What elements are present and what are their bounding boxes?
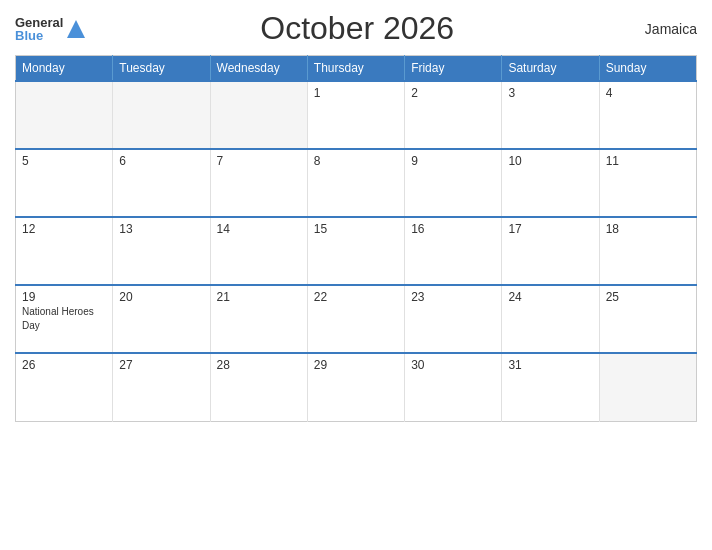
day-number: 31 [508, 358, 592, 372]
logo: General Blue [15, 16, 87, 42]
day-number: 18 [606, 222, 690, 236]
calendar-cell: 18 [599, 217, 696, 285]
day-number: 13 [119, 222, 203, 236]
header-wednesday: Wednesday [210, 56, 307, 82]
calendar-cell: 21 [210, 285, 307, 353]
header-sunday: Sunday [599, 56, 696, 82]
logo-blue-text: Blue [15, 29, 63, 42]
day-number: 28 [217, 358, 301, 372]
calendar-cell: 3 [502, 81, 599, 149]
calendar-cell: 25 [599, 285, 696, 353]
day-number: 4 [606, 86, 690, 100]
calendar-cell: 5 [16, 149, 113, 217]
header: General Blue October 2026 Jamaica [15, 10, 697, 47]
logo-general-text: General [15, 16, 63, 29]
calendar-cell: 11 [599, 149, 696, 217]
day-number: 3 [508, 86, 592, 100]
calendar-week-row: 262728293031 [16, 353, 697, 421]
calendar-cell [210, 81, 307, 149]
calendar-cell: 28 [210, 353, 307, 421]
calendar-cell [599, 353, 696, 421]
day-number: 1 [314, 86, 398, 100]
header-friday: Friday [405, 56, 502, 82]
day-number: 25 [606, 290, 690, 304]
day-number: 12 [22, 222, 106, 236]
day-number: 14 [217, 222, 301, 236]
calendar-cell: 12 [16, 217, 113, 285]
day-number: 8 [314, 154, 398, 168]
calendar-cell: 9 [405, 149, 502, 217]
day-number: 15 [314, 222, 398, 236]
calendar-cell: 13 [113, 217, 210, 285]
calendar-cell: 20 [113, 285, 210, 353]
calendar-cell: 31 [502, 353, 599, 421]
calendar-cell: 10 [502, 149, 599, 217]
day-number: 16 [411, 222, 495, 236]
calendar-cell: 14 [210, 217, 307, 285]
calendar-cell: 4 [599, 81, 696, 149]
country-label: Jamaica [627, 21, 697, 37]
day-number: 2 [411, 86, 495, 100]
calendar-week-row: 567891011 [16, 149, 697, 217]
calendar-cell: 27 [113, 353, 210, 421]
day-number: 19 [22, 290, 106, 304]
day-number: 10 [508, 154, 592, 168]
day-number: 20 [119, 290, 203, 304]
day-number: 21 [217, 290, 301, 304]
day-number: 26 [22, 358, 106, 372]
calendar-cell: 22 [307, 285, 404, 353]
calendar-cell: 23 [405, 285, 502, 353]
calendar-cell: 19National Heroes Day [16, 285, 113, 353]
logo-flag-icon [65, 18, 87, 40]
header-thursday: Thursday [307, 56, 404, 82]
calendar-cell [113, 81, 210, 149]
calendar-week-row: 1234 [16, 81, 697, 149]
day-number: 17 [508, 222, 592, 236]
day-number: 23 [411, 290, 495, 304]
calendar-cell: 17 [502, 217, 599, 285]
header-monday: Monday [16, 56, 113, 82]
day-number: 6 [119, 154, 203, 168]
calendar-page: General Blue October 2026 Jamaica Monday… [0, 0, 712, 550]
day-number: 9 [411, 154, 495, 168]
calendar-cell [16, 81, 113, 149]
calendar-table: Monday Tuesday Wednesday Thursday Friday… [15, 55, 697, 422]
day-number: 24 [508, 290, 592, 304]
header-saturday: Saturday [502, 56, 599, 82]
day-number: 30 [411, 358, 495, 372]
calendar-week-row: 19National Heroes Day202122232425 [16, 285, 697, 353]
day-number: 27 [119, 358, 203, 372]
calendar-cell: 2 [405, 81, 502, 149]
calendar-week-row: 12131415161718 [16, 217, 697, 285]
weekday-header-row: Monday Tuesday Wednesday Thursday Friday… [16, 56, 697, 82]
day-number: 7 [217, 154, 301, 168]
calendar-cell: 1 [307, 81, 404, 149]
calendar-cell: 30 [405, 353, 502, 421]
calendar-cell: 8 [307, 149, 404, 217]
day-number: 5 [22, 154, 106, 168]
calendar-cell: 6 [113, 149, 210, 217]
calendar-cell: 7 [210, 149, 307, 217]
day-number: 11 [606, 154, 690, 168]
calendar-cell: 24 [502, 285, 599, 353]
month-title: October 2026 [87, 10, 627, 47]
calendar-cell: 26 [16, 353, 113, 421]
day-number: 22 [314, 290, 398, 304]
day-number: 29 [314, 358, 398, 372]
header-tuesday: Tuesday [113, 56, 210, 82]
svg-marker-0 [67, 20, 85, 38]
calendar-cell: 29 [307, 353, 404, 421]
calendar-cell: 16 [405, 217, 502, 285]
holiday-label: National Heroes Day [22, 306, 94, 331]
calendar-cell: 15 [307, 217, 404, 285]
